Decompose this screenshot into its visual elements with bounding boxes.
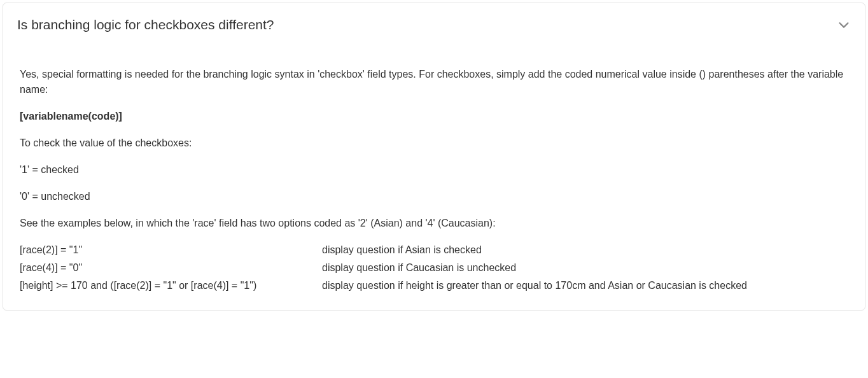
unchecked-value: '0' = unchecked	[20, 189, 848, 204]
check-intro: To check the value of the checkboxes:	[20, 136, 848, 151]
example-code: [race(4)] = "0"	[20, 260, 322, 276]
faq-title: Is branching logic for checkboxes differ…	[17, 15, 274, 35]
example-code: [race(2)] = "1"	[20, 242, 322, 258]
example-desc: display question if Asian is checked	[322, 242, 848, 258]
examples-grid: [race(2)] = "1" display question if Asia…	[20, 242, 848, 293]
faq-card: Is branching logic for checkboxes differ…	[3, 3, 865, 311]
example-desc: display question if Caucasian is uncheck…	[322, 260, 848, 276]
chevron-down-icon	[837, 18, 851, 32]
example-code: [height] >= 170 and ([race(2)] = "1" or …	[20, 278, 322, 293]
faq-body: Yes, special formatting is needed for th…	[3, 41, 865, 310]
examples-intro: See the examples below, in which the 'ra…	[20, 216, 848, 231]
syntax-pattern: [variablename(code)]	[20, 109, 848, 124]
checked-value: '1' = checked	[20, 162, 848, 178]
intro-text: Yes, special formatting is needed for th…	[20, 67, 848, 97]
example-desc: display question if height is greater th…	[322, 278, 848, 293]
faq-header[interactable]: Is branching logic for checkboxes differ…	[3, 3, 865, 41]
